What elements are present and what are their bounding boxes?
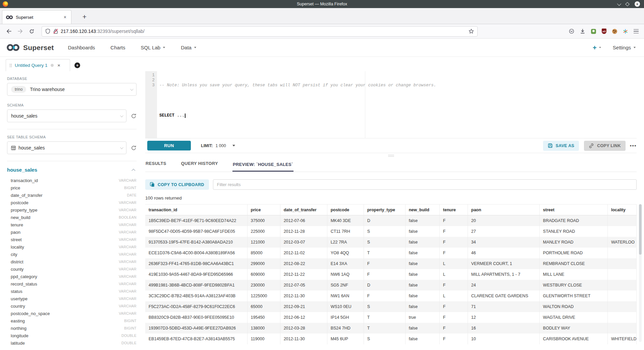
browser-tab-close-icon[interactable]: × [62,14,68,20]
run-button[interactable]: RUN [147,141,191,150]
schema-column-row[interactable]: city VARCHAR [11,251,137,258]
chevron-up-icon[interactable] [131,169,135,172]
shield-icon[interactable] [45,29,50,34]
copy-to-clipboard-button[interactable]: COPY TO CLIPBOARD [145,179,209,190]
pane-resize-bar[interactable] [145,153,637,158]
table-cell: IP14 5GH [327,312,364,323]
containers-icon[interactable] [623,29,628,34]
bookmark-star-icon[interactable] [469,29,474,34]
pocket-icon[interactable] [569,29,574,34]
schema-select[interactable]: house_sales [7,110,126,122]
add-query-tab-button[interactable]: + [74,62,80,68]
column-header[interactable]: new_build [405,205,439,215]
schema-column-row[interactable]: record_status VARCHAR [11,280,137,288]
schema-column-row[interactable]: postcode VARCHAR [11,199,137,206]
schema-column-row[interactable]: street VARCHAR [11,236,137,243]
filter-results-input[interactable] [213,179,637,190]
scrollbar-track[interactable] [639,204,642,342]
forward-icon[interactable] [15,27,25,36]
tab-preview-house-sales[interactable]: PREVIEW: `HOUSE_SALES` [232,162,293,172]
editor-gutter: 1 2 3 [145,71,157,138]
column-header[interactable]: tenure [439,205,468,215]
nav-data[interactable]: Data [181,45,197,50]
superset-logo[interactable]: Superset [6,43,54,52]
column-header[interactable]: paon [468,205,539,215]
nav-dashboards[interactable]: Dashboards [68,45,95,50]
schema-column-row[interactable]: tenure VARCHAR [11,221,137,228]
schema-column-row[interactable]: transaction_id VARCHAR [11,177,137,184]
query-tab-close-icon[interactable]: × [58,63,60,68]
table-cell: 2636F323-FF41-4765-81DB-98CAA6A43BC1 [145,258,247,269]
table-cell: 119000 [247,334,280,344]
column-header[interactable]: property_type [364,205,405,215]
column-type: VARCHAR [119,178,137,182]
broken-lock-icon[interactable] [53,29,58,34]
schema-column-row[interactable]: price BIGINT [11,184,137,191]
schema-column-row[interactable]: northing BIGINT [11,324,137,332]
schema-column-row[interactable]: district VARCHAR [11,258,137,265]
schema-column-row[interactable]: easting BIGINT [11,317,137,324]
window-minimize-icon[interactable] [617,1,622,6]
nav-charts[interactable]: Charts [110,45,125,50]
column-header[interactable]: street [539,205,607,215]
column-header[interactable]: date_of_transfer [280,205,327,215]
column-header[interactable]: locality [607,205,636,215]
add-new-button[interactable]: + [593,44,601,51]
schema-column-row[interactable]: postcode_no_space VARCHAR [11,310,137,317]
column-name: transaction_id [11,178,38,183]
menu-icon[interactable] [634,29,639,33]
limit-dropdown[interactable]: LIMIT: 1 000 [201,143,235,148]
window-maximize-icon[interactable] [625,2,630,6]
schema-column-row[interactable]: property_type VARCHAR [11,206,137,214]
column-header[interactable]: transaction_id [145,205,247,215]
column-header[interactable]: price [247,205,280,215]
window-close-icon[interactable]: × [635,1,640,7]
table-name-header[interactable]: house_sales [7,167,37,173]
more-options-button[interactable]: ••• [630,143,637,148]
back-icon[interactable] [4,27,13,36]
table-select[interactable]: house_sales [7,141,126,154]
save-as-button[interactable]: SAVE AS [543,141,579,151]
ublock-origin-icon[interactable]: uO [602,29,606,34]
refresh-table-icon[interactable] [131,145,137,151]
schema-column-row[interactable]: country VARCHAR [11,302,137,310]
new-tab-button[interactable]: + [79,11,90,22]
column-header[interactable]: postcode [327,205,364,215]
url-field[interactable]: 217.160.120.143:32393/superset/sqllab/ [42,26,478,37]
schema-column-row[interactable]: status VARCHAR [11,288,137,295]
reload-icon[interactable] [27,27,36,36]
table-cell: 2012-03-28 [280,323,327,334]
database-select[interactable]: trino Trino warehouse [7,83,137,96]
schema-column-row[interactable]: longitude DOUBLE [11,332,137,339]
schema-column-row[interactable]: date_of_transfer DATE [11,191,137,199]
drag-handle-icon[interactable] [388,155,394,157]
table-cell: VERMEER COURT, 1 [468,258,539,269]
tab-results[interactable]: RESULTS [145,161,167,172]
schema-column-row[interactable]: latitude DOUBLE [11,339,137,347]
schema-column-row[interactable]: locality VARCHAR [11,243,137,251]
column-type: BIGINT [124,186,137,190]
settings-menu[interactable]: Settings [613,45,636,50]
column-type: VARCHAR [119,245,137,249]
schema-column-row[interactable]: paon VARCHAR [11,228,137,236]
column-name: county [11,267,23,272]
schema-column-row[interactable]: ppd_category VARCHAR [11,273,137,280]
editor-code[interactable]: -- Note: Unless you save your query, the… [157,71,637,138]
privacy-badger-icon[interactable] [591,29,596,34]
scrollbar-thumb[interactable] [639,204,642,255]
browser-tab[interactable]: Superset × [2,10,71,24]
nav-sql-lab[interactable]: SQL Lab [141,45,166,50]
schema-column-row[interactable]: county VARCHAR [11,265,137,273]
cookie-icon[interactable] [612,29,617,34]
schema-column-row[interactable]: usertype VARCHAR [11,295,137,302]
column-type: VARCHAR [119,260,137,264]
query-tab[interactable]: Untitled Query 1 × [6,59,70,71]
caret-down-icon [232,145,235,146]
schema-column-row[interactable]: new_build BOOLEAN [11,214,137,221]
refresh-schema-icon[interactable] [131,113,137,119]
copy-link-button[interactable]: COPY LINK [584,141,626,151]
download-icon[interactable] [580,29,585,34]
sql-editor[interactable]: 1 2 3 -- Note: Unless you save your quer… [145,71,637,138]
tab-query-history[interactable]: QUERY HISTORY [181,161,218,172]
drag-handle-icon[interactable] [9,63,12,68]
